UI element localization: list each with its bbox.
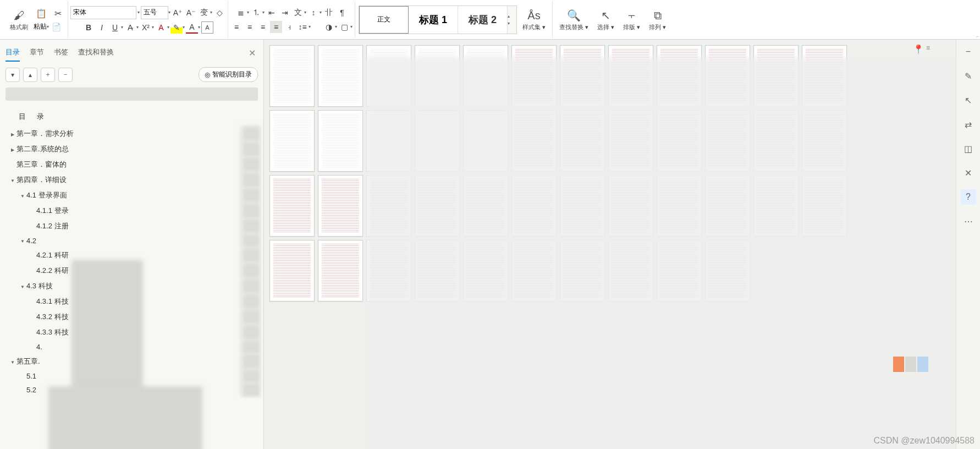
align-left-icon[interactable]: ≡ xyxy=(230,21,243,33)
bordered-a-icon[interactable]: A xyxy=(201,21,213,34)
tab-chapters[interactable]: 章节 xyxy=(30,44,44,62)
show-marks-icon[interactable]: ¶ xyxy=(336,7,348,19)
outdent-icon[interactable]: ⇤ xyxy=(266,7,278,19)
ribbon: 🖌 格式刷 📋 ✂ 粘贴▾ 📄 ⌐ ▾ ▾ A⁺ A⁻ xyxy=(0,0,980,40)
find-replace-button[interactable]: 🔍 查找替换 ▾ xyxy=(555,7,593,32)
italic-icon[interactable]: I xyxy=(96,21,108,34)
caret-icon[interactable] xyxy=(19,283,26,289)
more-icon[interactable]: ⋯ xyxy=(961,213,976,229)
toc-item-label: 第一章．需求分析 xyxy=(16,129,74,139)
close-icon[interactable]: ✕ xyxy=(246,46,258,61)
help-icon[interactable]: ? xyxy=(961,189,976,205)
page-thumbnail[interactable] xyxy=(318,110,363,172)
page-thumbnail[interactable] xyxy=(318,175,363,237)
style-normal[interactable]: 正文 xyxy=(359,6,409,34)
toc-item[interactable]: 4.1.1 登录 xyxy=(3,203,260,218)
caret-icon[interactable] xyxy=(9,146,16,152)
toc-dropdown-button[interactable]: ▾ xyxy=(5,68,20,82)
location-pin-icon[interactable]: 📍 xyxy=(913,44,925,56)
highlight-icon[interactable]: ✎ xyxy=(170,21,183,34)
caret-icon[interactable] xyxy=(19,238,26,244)
copy-icon[interactable]: 📋 xyxy=(34,7,49,21)
paste-special-icon[interactable]: 📄 xyxy=(50,21,62,33)
toc-item-label: 5.2 xyxy=(26,386,36,394)
style-set-button[interactable]: Ås 样式集 ▾ xyxy=(518,7,550,32)
tab-find-replace[interactable]: 查找和替换 xyxy=(78,44,114,62)
tools-icon[interactable]: ✕ xyxy=(961,165,976,180)
toc-item[interactable]: 4.1 登录界面 xyxy=(3,188,260,203)
coldir-icon[interactable]: 卝 xyxy=(323,7,335,19)
pointer-icon[interactable]: ↖ xyxy=(961,92,976,108)
caret-icon[interactable] xyxy=(9,177,16,183)
underline-icon[interactable]: U xyxy=(109,21,121,34)
clip-icon[interactable]: ◫ xyxy=(961,141,976,156)
clear-format-icon[interactable]: ◇ xyxy=(213,7,225,19)
editing-section: 🔍 查找替换 ▾ ↖ 选择 ▾ ⫟ 排版 ▾ ⧉ 排列 ▾ xyxy=(553,1,673,38)
toc-item-label: 第二章.系统的总 xyxy=(16,144,69,154)
page-thumbnail[interactable] xyxy=(318,45,363,107)
arrange-button[interactable]: ⧉ 排列 ▾ xyxy=(645,7,670,32)
toc-item[interactable]: 第三章．窗体的 xyxy=(3,157,260,172)
superscript-icon[interactable]: X² xyxy=(140,21,152,34)
select-button[interactable]: ↖ 选择 ▾ xyxy=(593,7,619,32)
align-right-icon[interactable]: ≡ xyxy=(257,21,269,33)
smart-toc-button[interactable]: ◎智能识别目录 xyxy=(199,67,258,82)
page-thumbnail[interactable] xyxy=(269,240,315,302)
toc-item[interactable]: 4.2 xyxy=(3,234,260,248)
target-icon: ◎ xyxy=(205,71,210,79)
layout-button[interactable]: ⫟ 排版 ▾ xyxy=(619,7,645,32)
caret-icon[interactable] xyxy=(9,359,16,365)
minus-icon[interactable]: − xyxy=(961,44,976,59)
numbering-icon[interactable]: ⒈ xyxy=(250,7,262,19)
text-color-a-icon[interactable]: A xyxy=(186,21,198,34)
bold-icon[interactable]: B xyxy=(82,21,95,34)
textdir-icon[interactable]: 文 xyxy=(292,7,304,19)
distribute-icon[interactable]: ⫞ xyxy=(283,21,295,33)
page-thumbnail[interactable] xyxy=(318,240,363,302)
tab-toc[interactable]: 目录 xyxy=(5,44,20,62)
chevron-down-icon[interactable]: ▾ xyxy=(137,10,140,15)
toc-item[interactable]: 第四章．详细设 xyxy=(3,172,260,188)
align-center-icon[interactable]: ≡ xyxy=(244,21,256,33)
caret-icon[interactable] xyxy=(19,193,26,199)
toc-add-button[interactable]: ＋ xyxy=(41,68,55,82)
cut-icon[interactable]: ✂ xyxy=(50,7,65,21)
style-prev-icon[interactable]: ▴ xyxy=(508,14,515,19)
sort-icon[interactable]: ↕ xyxy=(307,7,320,19)
format-painter-button[interactable]: 🖌 格式刷 xyxy=(5,7,32,32)
grow-font-icon[interactable]: A⁺ xyxy=(172,7,184,19)
caret-icon[interactable] xyxy=(9,131,16,137)
chevron-down-icon[interactable]: ▾ xyxy=(168,10,170,15)
page-thumbnail[interactable] xyxy=(269,175,315,237)
toc-remove-button[interactable]: － xyxy=(58,68,73,82)
settings-icon[interactable]: ⇄ xyxy=(961,117,976,132)
shrink-font-icon[interactable]: A⁻ xyxy=(185,7,197,19)
toc-item[interactable]: 第二章.系统的总 xyxy=(3,141,260,157)
toc-item[interactable]: 第一章．需求分析 xyxy=(3,126,260,141)
collapse-icon[interactable]: ≡ xyxy=(926,44,938,56)
style-heading1[interactable]: 标题 1 xyxy=(409,6,458,34)
borders-icon[interactable]: ▢ xyxy=(338,21,350,33)
toc-search-input[interactable] xyxy=(5,87,258,101)
strike-icon[interactable]: A̶ xyxy=(124,21,136,34)
page-thumbnail[interactable] xyxy=(269,45,315,107)
toc-toolbar: ▾ ▴ ＋ － ◎智能识别目录 xyxy=(0,62,263,87)
toc-up-button[interactable]: ▴ xyxy=(23,68,37,82)
font-size-combo[interactable] xyxy=(141,6,168,19)
style-next-icon[interactable]: ▾ xyxy=(508,21,515,26)
font-name-combo[interactable] xyxy=(70,6,136,19)
toc-item[interactable]: 4.1.2 注册 xyxy=(3,218,260,234)
style-heading2[interactable]: 标题 2 xyxy=(458,6,508,34)
page-thumbnail[interactable] xyxy=(269,110,315,172)
pen-icon[interactable]: ✎ xyxy=(961,68,976,84)
font-color-icon[interactable]: A xyxy=(155,21,167,34)
bullets-icon[interactable]: ≣ xyxy=(235,7,247,19)
cursor-icon: ↖ xyxy=(601,8,610,23)
change-case-icon[interactable]: 变 xyxy=(198,7,210,19)
justify-icon[interactable]: ≡ xyxy=(270,21,282,33)
line-spacing-icon[interactable]: ↕≡ xyxy=(296,21,309,33)
tab-bookmarks[interactable]: 书签 xyxy=(54,44,68,62)
paste-dropdown-icon[interactable]: ▾ xyxy=(47,24,49,29)
shading-icon[interactable]: ◑ xyxy=(323,21,335,33)
indent-icon[interactable]: ⇥ xyxy=(279,7,291,19)
